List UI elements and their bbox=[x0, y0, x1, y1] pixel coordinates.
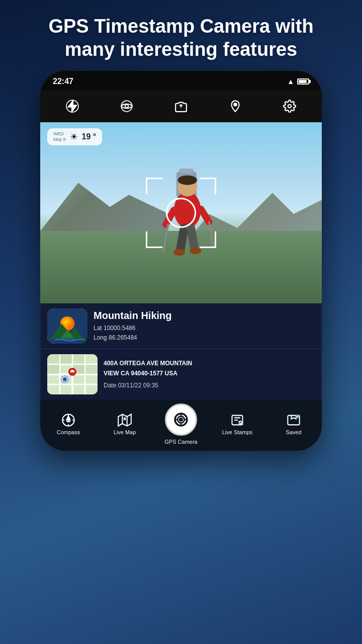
battery-icon bbox=[297, 78, 309, 85]
map-panel: 400A ORTEGA AVE MOUNTAIN VIEW CA 94040-1… bbox=[40, 349, 322, 399]
svg-marker-0 bbox=[68, 101, 76, 112]
flash-button[interactable] bbox=[61, 95, 83, 117]
focus-bracket bbox=[146, 178, 216, 248]
headline-line1: GPS Timestamp Camera with bbox=[48, 16, 313, 37]
location-title: Mountain Hiking bbox=[94, 310, 172, 321]
top-toolbar bbox=[40, 90, 322, 122]
nav-saved-label: Saved bbox=[286, 429, 301, 435]
svg-point-41 bbox=[63, 377, 67, 381]
location-lat: Lat 10000.5486 bbox=[94, 324, 172, 333]
phone-mockup: 22:47 ▲ bbox=[40, 71, 322, 451]
svg-point-4 bbox=[234, 103, 236, 106]
svg-point-52 bbox=[124, 418, 125, 419]
svg-rect-32 bbox=[48, 355, 59, 364]
nav-live-stamps-label: Live Stamps bbox=[222, 429, 253, 435]
compass-icon bbox=[61, 413, 75, 427]
nav-live-stamps[interactable]: Live Stamps bbox=[217, 413, 257, 435]
location-info-panel: Mountain Hiking Lat 10000.5486 Long 86.2… bbox=[40, 303, 322, 349]
nav-saved[interactable]: Saved bbox=[274, 413, 314, 435]
status-bar: 22:47 ▲ bbox=[40, 71, 322, 90]
svg-point-5 bbox=[288, 105, 292, 108]
nav-compass[interactable]: Compass bbox=[48, 413, 88, 435]
svg-rect-34 bbox=[73, 355, 84, 364]
saved-icon bbox=[287, 413, 301, 427]
map-date: Date 03/11/22 09:35 bbox=[104, 380, 192, 390]
svg-rect-33 bbox=[60, 355, 72, 364]
weather-date: May 9 bbox=[53, 137, 66, 142]
map-thumbnail bbox=[47, 354, 98, 394]
camera-flip-button[interactable] bbox=[170, 95, 192, 117]
live-map-icon bbox=[118, 413, 132, 427]
map-text: 400A ORTEGA AVE MOUNTAIN VIEW CA 94040-1… bbox=[104, 358, 192, 391]
settings-button[interactable] bbox=[279, 95, 301, 117]
bottom-navigation: Compass Live Map bbox=[40, 399, 322, 451]
status-icons: ▲ bbox=[287, 77, 309, 86]
svg-point-2 bbox=[121, 101, 132, 112]
nav-live-map[interactable]: Live Map bbox=[105, 413, 145, 435]
weather-badge: WED May 9 ☀ 19 ° bbox=[47, 128, 102, 145]
weather-temp: 19 ° bbox=[82, 132, 97, 141]
nav-live-map-label: Live Map bbox=[114, 429, 136, 435]
weather-day: WED May 9 bbox=[53, 131, 66, 142]
location-text: Mountain Hiking Lat 10000.5486 Long 86.2… bbox=[94, 310, 172, 343]
weather-day-name: WED bbox=[53, 131, 66, 137]
app-headline: GPS Timestamp Camera with many interesti… bbox=[33, 0, 328, 71]
weather-sun-icon: ☀ bbox=[70, 131, 78, 142]
eye-button[interactable] bbox=[116, 95, 138, 117]
svg-point-16 bbox=[173, 249, 185, 256]
location-icon-box bbox=[47, 308, 87, 344]
nav-gps-camera-label: GPS Camera bbox=[164, 439, 197, 445]
wifi-icon: ▲ bbox=[287, 77, 294, 86]
map-address-line1: 400A ORTEGA AVE MOUNTAIN bbox=[104, 358, 192, 368]
live-stamps-icon bbox=[230, 413, 244, 427]
status-time: 22:47 bbox=[53, 77, 73, 86]
gps-camera-active-wrap bbox=[165, 404, 197, 436]
shutter-circle bbox=[166, 198, 196, 228]
svg-rect-37 bbox=[85, 365, 97, 374]
map-address-line2: VIEW CA 94040-1577 USA bbox=[104, 368, 192, 378]
gps-camera-icon bbox=[173, 412, 189, 428]
svg-rect-35 bbox=[48, 365, 59, 374]
location-long: Long 86.265484 bbox=[94, 333, 172, 343]
svg-marker-49 bbox=[118, 415, 131, 426]
svg-rect-7 bbox=[179, 169, 194, 174]
nav-gps-camera[interactable]: GPS Camera bbox=[161, 404, 201, 445]
svg-point-3 bbox=[125, 105, 129, 108]
svg-point-55 bbox=[179, 419, 182, 421]
camera-view: WED May 9 ☀ 19 ° bbox=[40, 122, 322, 303]
location-button[interactable] bbox=[224, 95, 246, 117]
nav-compass-label: Compass bbox=[57, 429, 80, 435]
svg-point-17 bbox=[190, 248, 202, 254]
headline-line2: many interesting features bbox=[65, 39, 297, 60]
